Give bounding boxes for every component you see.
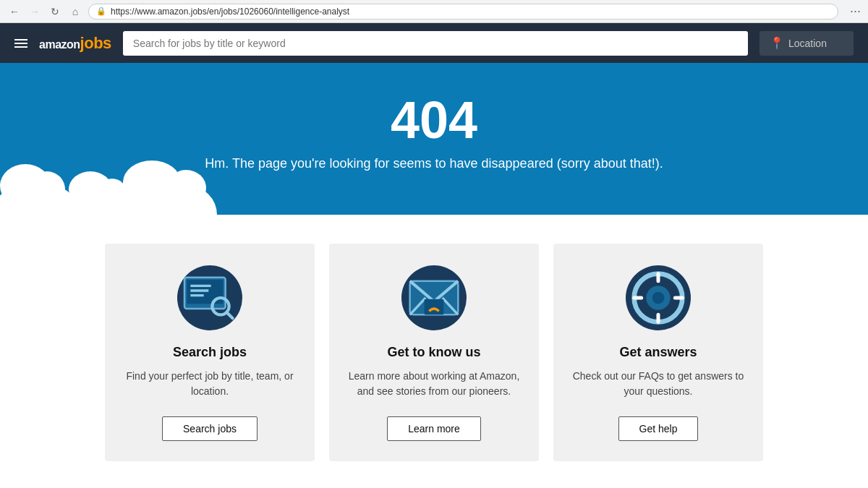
get-answers-icon-circle [626, 265, 691, 330]
browser-chrome: ← → ↻ ⌂ 🔒 https://www.amazon.jobs/en/job… [0, 0, 868, 23]
card-get-to-know: Get to know us Learn more about working … [329, 244, 539, 461]
get-answers-desc: Check out our FAQs to get answers to you… [571, 369, 746, 399]
svg-rect-1 [187, 280, 223, 304]
return-bar: ← Or, return to the previous page [0, 483, 868, 488]
search-jobs-icon [177, 265, 242, 330]
location-input[interactable]: 📍 Location [760, 31, 854, 56]
logo-amazon: amazon [39, 38, 80, 51]
search-jobs-desc: Find your perfect job by title, team, or… [122, 369, 297, 399]
reload-button[interactable]: ↻ [48, 4, 62, 19]
hero-section: 404 Hm. The page you're looking for seem… [0, 63, 868, 215]
site-logo[interactable]: amazonjobs [39, 34, 111, 53]
cards-section: Search jobs Find your perfect job by tit… [0, 215, 868, 483]
get-answers-title: Get answers [619, 345, 697, 360]
get-to-know-icon-circle [401, 265, 467, 330]
search-jobs-title: Search jobs [173, 345, 247, 360]
forward-button[interactable]: → [27, 4, 42, 19]
svg-line-6 [226, 312, 232, 318]
location-icon: 📍 [770, 36, 784, 50]
search-jobs-button[interactable]: Search jobs [162, 416, 258, 441]
learn-more-button[interactable]: Learn more [387, 416, 481, 441]
lock-icon: 🔒 [96, 7, 106, 16]
search-input[interactable] [123, 31, 748, 56]
home-button[interactable]: ⌂ [68, 4, 82, 19]
address-bar[interactable]: 🔒 https://www.amazon.jobs/en/jobs/102606… [88, 4, 838, 20]
back-button[interactable]: ← [7, 4, 22, 19]
logo-jobs: jobs [80, 34, 111, 52]
get-to-know-desc: Learn more about working at Amazon, and … [346, 369, 522, 399]
browser-more-button[interactable]: ··· [850, 4, 861, 19]
get-to-know-title: Get to know us [387, 345, 480, 360]
get-help-button[interactable]: Get help [618, 416, 699, 441]
error-code: 404 [14, 92, 854, 149]
card-search-jobs: Search jobs Find your perfect job by tit… [105, 244, 315, 461]
card-get-answers: Get answers Check out our FAQs to get an… [553, 244, 763, 461]
hero-clouds [0, 179, 868, 215]
svg-rect-10 [425, 299, 444, 315]
svg-point-13 [652, 292, 665, 304]
navbar: amazonjobs 📍 Location [0, 23, 868, 63]
get-answers-icon [626, 265, 691, 330]
get-to-know-icon [401, 265, 467, 330]
location-label: Location [788, 38, 827, 49]
hamburger-menu[interactable] [14, 39, 27, 48]
url-text: https://www.amazon.jobs/en/jobs/1026060/… [111, 7, 349, 17]
search-jobs-icon-circle [177, 265, 242, 330]
